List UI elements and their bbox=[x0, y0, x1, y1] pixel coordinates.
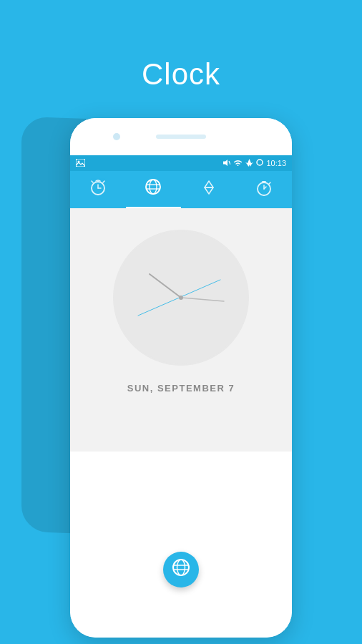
alarm-icon bbox=[89, 178, 107, 201]
camera-icon bbox=[113, 133, 120, 140]
tab-alarm[interactable] bbox=[70, 171, 126, 208]
svg-line-21 bbox=[269, 182, 270, 184]
phone-frame: 10:13 bbox=[70, 118, 292, 638]
tab-world-clock[interactable] bbox=[126, 171, 182, 208]
speaker bbox=[156, 135, 206, 139]
clock-date: SUN, SEPTEMBER 7 bbox=[127, 383, 235, 394]
airplane-icon bbox=[245, 159, 253, 168]
wifi-icon bbox=[233, 159, 243, 167]
svg-point-27 bbox=[173, 560, 189, 575]
svg-line-8 bbox=[92, 181, 93, 182]
tab-bar bbox=[70, 171, 292, 208]
phone-wrapper: 10:13 bbox=[70, 118, 292, 638]
svg-marker-2 bbox=[223, 160, 228, 166]
svg-point-10 bbox=[146, 180, 160, 194]
timer-icon bbox=[200, 178, 218, 201]
clock-area: SUN, SEPTEMBER 7 bbox=[70, 208, 292, 452]
signal-icon bbox=[256, 159, 263, 167]
status-bar: 10:13 bbox=[70, 155, 292, 171]
fab-globe-icon bbox=[171, 557, 191, 582]
tab-timer[interactable] bbox=[181, 171, 237, 208]
world-icon bbox=[144, 177, 162, 200]
phone-top-bezel bbox=[70, 118, 292, 155]
svg-point-11 bbox=[150, 180, 157, 194]
stopwatch-icon bbox=[255, 178, 273, 201]
fab-add-world-clock[interactable] bbox=[163, 552, 199, 587]
svg-point-4 bbox=[257, 160, 263, 165]
svg-point-26 bbox=[179, 296, 183, 300]
mute-icon bbox=[222, 159, 230, 168]
phone-bottom-bezel bbox=[70, 609, 292, 638]
svg-line-9 bbox=[103, 181, 104, 182]
status-left-icons bbox=[76, 159, 85, 168]
svg-point-28 bbox=[177, 560, 185, 575]
tab-stopwatch[interactable] bbox=[237, 171, 293, 208]
status-time: 10:13 bbox=[266, 159, 286, 167]
app-title: Clock bbox=[142, 57, 220, 92]
svg-marker-14 bbox=[205, 181, 213, 187]
svg-marker-15 bbox=[205, 187, 213, 194]
image-icon bbox=[76, 159, 85, 168]
svg-line-3 bbox=[229, 161, 230, 165]
svg-rect-0 bbox=[76, 159, 85, 167]
status-right-icons: 10:13 bbox=[222, 159, 286, 168]
analog-clock bbox=[113, 230, 249, 366]
phone-bottom-area bbox=[70, 452, 292, 609]
